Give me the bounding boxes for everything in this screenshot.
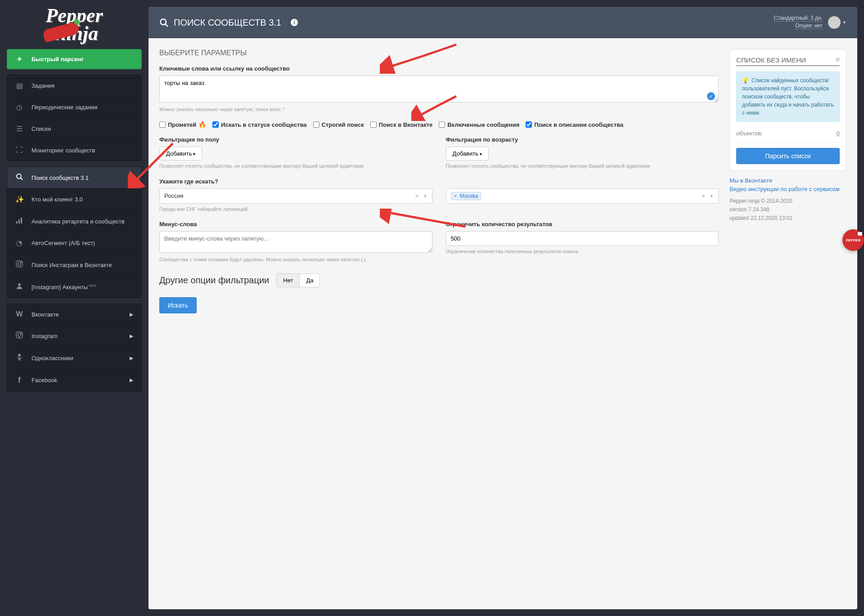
filter-age-label: Фильтрация по возрасту (446, 136, 719, 143)
sidebar-item-label: Мониторинг сообществ (32, 147, 95, 154)
sidebar-item-label: Поиск сообществ 3.1 (32, 174, 89, 181)
search-button[interactable]: Искать (159, 297, 197, 313)
fb-icon: f (15, 375, 23, 385)
sidebar-group-tasks: ▤ Задания ◷ Периодические задания ☰ Спис… (7, 75, 142, 161)
binoculars-icon: ⛶ (15, 146, 23, 154)
page-header: ПОИСК СООБЩЕСТВ 3.1 i Стандартный: 3 дн.… (148, 7, 857, 38)
sidebar: Pepper.ninja ✈ Быстрый парсинг ▤ Задания… (7, 7, 142, 609)
chart-icon (15, 217, 23, 226)
country-value: Россия (164, 192, 184, 199)
sidebar-item-label: Вконтакте (32, 311, 59, 318)
fast-parsing-button[interactable]: ✈ Быстрый парсинг (7, 49, 142, 69)
menu-icon[interactable]: ≡ (836, 56, 840, 64)
sidebar-item-autosegment[interactable]: ◔ АвтоСегмент (А/Б тест) (7, 232, 141, 254)
search-icon (159, 18, 168, 27)
sidebar-item-facebook[interactable]: f Facebook ▶ (7, 369, 141, 391)
country-select[interactable]: Россия × ▼ (159, 188, 432, 204)
checkbox-prometheus[interactable]: Прометей🔥 (159, 121, 206, 128)
side-panel: СПИСОК БЕЗ ИМЕНИ ≡ 💡Список найденных соо… (729, 49, 846, 598)
keywords-label: Ключевые слова или ссылку на сообщество (159, 65, 719, 72)
parse-list-button[interactable]: Парсить список (736, 148, 840, 164)
sidebar-item-my-client[interactable]: ✨ Кто мой клиент 3.0 (7, 189, 141, 210)
sidebar-group-tools: Поиск сообществ 3.1 ✨ Кто мой клиент 3.0… (7, 166, 142, 298)
sidebar-item-analytics[interactable]: Аналитика ретаргета и сообществ (7, 210, 141, 232)
keywords-input[interactable]: торты на заказ (159, 76, 719, 103)
option-link[interactable]: Опция: нет (795, 22, 823, 29)
limit-label: Ограничить количество результатов (446, 221, 719, 228)
sidebar-item-monitoring[interactable]: ⛶ Мониторинг сообществ (7, 140, 141, 161)
checkbox-search-status[interactable]: Искать в статусе сообщества (212, 121, 306, 128)
svg-point-12 (18, 354, 21, 357)
svg-rect-4 (21, 218, 22, 223)
sidebar-item-instagram-net[interactable]: Instagram ▶ (7, 325, 141, 347)
instagram-icon (15, 331, 23, 340)
vk-icon: W (15, 310, 23, 318)
minus-input[interactable] (159, 231, 432, 253)
keywords-hint: Можно указать несколько через запятую, п… (159, 106, 719, 113)
sidebar-item-ok[interactable]: Одноклассники ▶ (7, 347, 141, 369)
chevron-right-icon: ▶ (130, 377, 133, 383)
filter-gender-add-button[interactable]: Добавить (159, 147, 202, 161)
chevron-right-icon: ▶ (130, 333, 133, 339)
chevron-right-icon: ▶ (130, 355, 133, 361)
sidebar-item-label: [Instagram] Аккаунтыnew (32, 283, 96, 290)
info-box: 💡Список найденных сообществ/пользователе… (736, 71, 840, 122)
link-video[interactable]: Видео инструкции по работе с сервисом (729, 186, 846, 192)
main: ПОИСК СООБЩЕСТВ 3.1 i Стандартный: 3 дн.… (148, 7, 857, 609)
sidebar-item-periodic[interactable]: ◷ Периодические задания (7, 97, 141, 118)
ok-icon (15, 353, 23, 362)
svg-rect-3 (18, 219, 20, 223)
info-icon[interactable]: i (290, 18, 298, 27)
sidebar-item-label: Поиск Инстаграм в Вконтакте (32, 262, 112, 268)
city-select[interactable]: ×Москва × ▼ (446, 188, 719, 204)
sidebar-item-tasks[interactable]: ▤ Задания (7, 75, 141, 97)
svg-point-0 (17, 174, 21, 179)
clear-icon[interactable]: × (413, 192, 420, 200)
checkbox-row: Прометей🔥 Искать в статусе сообщества Ст… (159, 121, 719, 128)
checkbox-strict[interactable]: Строгий поиск (313, 121, 364, 128)
sidebar-item-instagram-vk[interactable]: Поиск Инстаграм в Вконтакте (7, 254, 141, 276)
toggle-yes[interactable]: Да (299, 274, 320, 287)
remove-tag-icon[interactable]: × (454, 193, 457, 199)
checkbox-messages-on[interactable]: Включенные сообщения (439, 121, 519, 128)
sidebar-item-vk[interactable]: W Вконтакте ▶ (7, 304, 141, 325)
objects-label: объектов: (736, 130, 763, 137)
page-title: ПОИСК СООБЩЕСТВ 3.1 i (159, 18, 298, 28)
other-options-label: Другие опции фильтрации (159, 275, 269, 286)
list-icon: ▤ (15, 81, 23, 90)
city-tag: ×Москва (451, 192, 482, 200)
check-icon: ✓ (707, 92, 715, 100)
svg-point-6 (18, 263, 21, 266)
clear-icon[interactable]: × (700, 192, 707, 200)
sidebar-item-label: АвтоСегмент (А/Б тест) (32, 240, 95, 246)
sidebar-item-lists[interactable]: ☰ Списки (7, 118, 141, 140)
filter-age-add-button[interactable]: Добавить (446, 147, 489, 161)
bulb-icon: 💡 (742, 77, 749, 84)
filter-gender-hint: Позволяет отсеять сообщества, не соответ… (159, 163, 432, 170)
svg-line-14 (166, 24, 168, 27)
toggle-no[interactable]: Нет (277, 274, 299, 287)
fire-icon: 🔥 (198, 121, 206, 128)
rocket-icon: ✈ (15, 56, 23, 62)
clock-icon: ◷ (15, 103, 23, 112)
svg-point-8 (18, 283, 21, 286)
plan-link[interactable]: Стандартный: 3 дн. (774, 15, 823, 22)
checkbox-search-vk[interactable]: Поиск в Вконтакте (370, 121, 432, 128)
pie-icon: ◔ (15, 239, 23, 247)
sidebar-item-search-communities[interactable]: Поиск сообществ 3.1 (7, 167, 141, 189)
fast-parsing-label: Быстрый парсинг (32, 56, 84, 62)
link-vk[interactable]: Мы в Вконтакте (729, 177, 846, 184)
filter-gender-label: Фильтрация по полу (159, 136, 432, 143)
checkbox-search-description[interactable]: Поиск в описании сообщества (526, 121, 623, 128)
pepper-chat-badge[interactable]: PEPPER (842, 229, 864, 251)
sidebar-item-label: Instagram (32, 333, 58, 339)
sidebar-item-label: Задания (32, 82, 54, 89)
chevron-right-icon: ▶ (130, 312, 133, 317)
user-menu[interactable]: ▼ (828, 16, 846, 29)
minus-label: Минус-слова (159, 221, 432, 228)
chevron-down-icon: ▼ (842, 20, 846, 25)
chevron-down-icon: ▼ (421, 194, 428, 198)
sidebar-item-label: Аналитика ретаргета и сообществ (32, 218, 125, 225)
sidebar-item-instagram-accounts[interactable]: [Instagram] Аккаунтыnew (7, 276, 141, 298)
limit-input[interactable] (446, 231, 719, 246)
